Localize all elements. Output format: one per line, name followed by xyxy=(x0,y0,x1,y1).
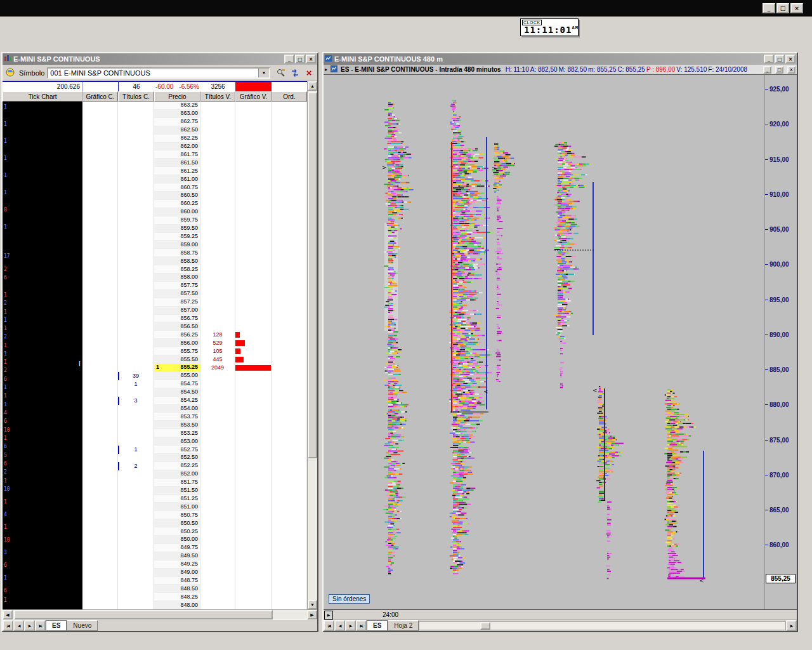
ladder-row[interactable]: 1852.75 xyxy=(3,446,307,454)
dom-tab-nuevo[interactable]: Nuevo xyxy=(67,620,98,631)
titulos-c-cell[interactable]: 39 xyxy=(118,372,154,380)
dom-maximize-button[interactable]: □ xyxy=(295,55,305,63)
ord-cell[interactable] xyxy=(272,511,307,519)
ladder-row[interactable]: 854.50 xyxy=(3,388,307,397)
precio-cell[interactable]: 851.25 xyxy=(154,495,200,503)
precio-cell[interactable]: 860.00 xyxy=(154,208,200,216)
titulos-v-cell[interactable] xyxy=(200,249,235,257)
ord-cell[interactable] xyxy=(272,118,307,126)
titulos-c-cell[interactable] xyxy=(118,126,154,135)
titulos-c-cell[interactable] xyxy=(118,118,154,126)
titulos-v-cell[interactable] xyxy=(200,560,235,569)
precio-cell[interactable]: 854.50 xyxy=(154,388,200,397)
titulos-c-cell[interactable] xyxy=(118,479,154,487)
titulos-v-cell[interactable] xyxy=(200,274,235,282)
ladder-row[interactable]: 857.25 xyxy=(3,298,307,307)
ladder-row[interactable]: 863.25 xyxy=(3,102,307,110)
titulos-c-cell[interactable]: 3 xyxy=(118,397,154,405)
ladder-row[interactable]: 849.25 xyxy=(3,560,307,569)
ladder-row[interactable]: 862.75 xyxy=(3,118,307,126)
ord-cell[interactable] xyxy=(272,487,307,495)
ladder-row[interactable]: 856.00529 xyxy=(3,339,307,347)
titulos-v-cell[interactable] xyxy=(200,519,235,527)
ord-cell[interactable] xyxy=(272,282,307,290)
titulos-c-cell[interactable] xyxy=(118,511,154,519)
ladder-row[interactable]: 855.75105 xyxy=(3,347,307,355)
precio-cell[interactable]: 858.50 xyxy=(154,257,200,265)
ladder-row[interactable]: 853.00 xyxy=(3,437,307,446)
scroll-right-icon[interactable]: ▶ xyxy=(786,620,797,631)
route-orders-icon[interactable] xyxy=(289,67,301,79)
ord-cell[interactable] xyxy=(272,495,307,503)
ladder-row[interactable]: 858.75 xyxy=(3,249,307,257)
ord-cell[interactable] xyxy=(272,536,307,544)
titulos-v-cell[interactable]: 529 xyxy=(200,339,235,347)
precio-cell[interactable]: 850.25 xyxy=(154,527,200,536)
titulos-c-cell[interactable] xyxy=(118,192,154,200)
ladder-row[interactable]: 861.50 xyxy=(3,159,307,167)
ord-cell[interactable] xyxy=(272,339,307,347)
ord-cell[interactable] xyxy=(272,364,307,372)
precio-cell[interactable]: 848.50 xyxy=(154,585,200,593)
ladder-row[interactable]: 850.25 xyxy=(3,527,307,536)
ord-cell[interactable] xyxy=(272,585,307,593)
titulos-v-cell[interactable] xyxy=(200,208,235,216)
precio-cell[interactable]: 856.75 xyxy=(154,315,200,323)
first-tab-button[interactable]: |◀ xyxy=(3,620,13,631)
titulos-c-cell[interactable] xyxy=(118,585,154,593)
titulos-v-cell[interactable] xyxy=(200,405,235,413)
precio-cell[interactable]: 862.25 xyxy=(154,135,200,143)
ord-cell[interactable] xyxy=(272,290,307,298)
inner-close-button[interactable]: × xyxy=(787,66,796,74)
ladder-row[interactable]: 848.25 xyxy=(3,593,307,601)
chart-hscroll-track[interactable] xyxy=(419,621,786,630)
scroll-track[interactable] xyxy=(308,91,317,600)
ord-cell[interactable] xyxy=(272,159,307,167)
ladder-row[interactable]: 851.75 xyxy=(3,479,307,487)
ladder-row[interactable]: 850.00 xyxy=(3,536,307,544)
ladder-row[interactable]: 853.25 xyxy=(3,429,307,437)
titulos-c-cell[interactable] xyxy=(118,544,154,552)
titulos-c-cell[interactable] xyxy=(118,175,154,183)
precio-cell[interactable]: 850.50 xyxy=(154,519,200,527)
titulos-v-cell[interactable] xyxy=(200,315,235,323)
precio-cell[interactable]: 859.25 xyxy=(154,233,200,241)
titulos-c-cell[interactable] xyxy=(118,413,154,421)
titulos-v-cell[interactable] xyxy=(200,126,235,135)
titulos-v-cell[interactable] xyxy=(200,544,235,552)
titulos-c-cell[interactable] xyxy=(118,200,154,208)
ladder-row[interactable]: 857.75 xyxy=(3,282,307,290)
ladder-row[interactable]: 851.00 xyxy=(3,503,307,511)
titulos-v-cell[interactable] xyxy=(200,462,235,470)
ladder-row[interactable]: 848.00 xyxy=(3,601,307,609)
titulos-v-cell[interactable] xyxy=(200,585,235,593)
ladder-row[interactable]: 861.75 xyxy=(3,150,307,159)
precio-cell[interactable]: 860.75 xyxy=(154,183,200,192)
chart-hscroll-thumb[interactable] xyxy=(480,622,490,630)
column-header-titulos-v[interactable]: Títulos V. xyxy=(200,91,235,102)
ladder-row[interactable]: 860.50 xyxy=(3,192,307,200)
titulos-c-cell[interactable] xyxy=(118,355,154,364)
titulos-c-cell[interactable] xyxy=(118,560,154,569)
scroll-right-icon[interactable]: ▶ xyxy=(307,610,317,620)
precio-cell[interactable]: 849.00 xyxy=(154,569,200,577)
titulos-c-cell[interactable] xyxy=(118,577,154,585)
titulos-v-cell[interactable]: 105 xyxy=(200,347,235,355)
ladder-row[interactable]: 862.25 xyxy=(3,135,307,143)
chart-tab-es[interactable]: ES xyxy=(367,620,388,631)
titulos-v-cell[interactable] xyxy=(200,511,235,519)
precio-cell[interactable]: 854.25 xyxy=(154,397,200,405)
ord-cell[interactable] xyxy=(272,372,307,380)
titulos-c-cell[interactable] xyxy=(118,339,154,347)
titulos-v-cell[interactable] xyxy=(200,200,235,208)
ladder-row[interactable]: 856.75 xyxy=(3,315,307,323)
ladder-row[interactable]: 858.50 xyxy=(3,257,307,265)
ord-cell[interactable] xyxy=(272,454,307,462)
ord-cell[interactable] xyxy=(272,241,307,249)
dom-close-button[interactable]: × xyxy=(306,55,316,63)
ord-cell[interactable] xyxy=(272,519,307,527)
precio-cell[interactable]: 857.75 xyxy=(154,282,200,290)
ladder-row[interactable]: 850.75 xyxy=(3,511,307,519)
ord-cell[interactable] xyxy=(272,560,307,569)
precio-cell[interactable]: 849.50 xyxy=(154,552,200,560)
